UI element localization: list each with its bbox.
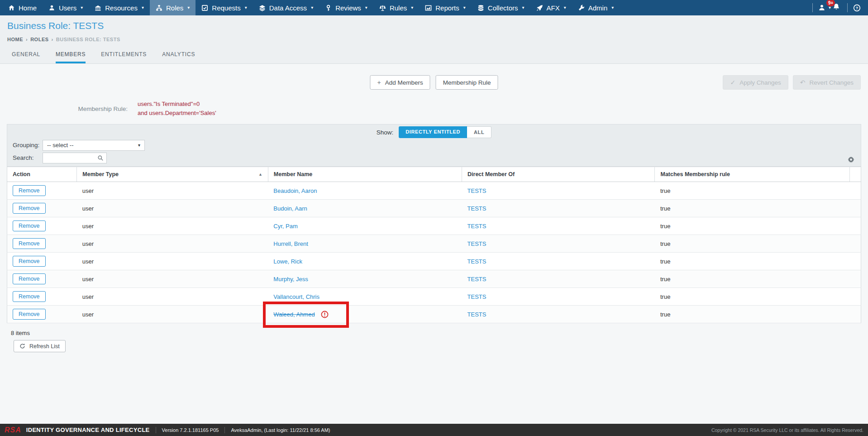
tab-general[interactable]: GENERAL [12,51,40,63]
remove-button[interactable]: Remove [13,220,46,231]
table-row: Remove user Lowe, Rick TESTS true [7,253,861,270]
chevron-down-icon: ▾ [245,5,247,10]
remove-button[interactable]: Remove [13,309,46,320]
refresh-list-button[interactable]: Refresh List [14,340,66,352]
nav-item-afx[interactable]: AFX▾ [530,0,572,15]
nav-item-reviews[interactable]: Reviews▾ [319,0,373,15]
sort-asc-icon: ▲ [258,172,262,177]
nav-item-reports[interactable]: Reports▾ [419,0,472,15]
tab-members[interactable]: MEMBERS [56,51,86,63]
member-name-link[interactable]: Beaudoin, Aaron [273,187,317,194]
show-label: Show: [377,129,394,136]
member-name-link[interactable]: Lowe, Rick [273,258,302,265]
nav-item-label: Admin [588,4,608,12]
chevron-down-icon: ▾ [564,5,566,10]
membership-rule-button[interactable]: Membership Rule [436,75,498,90]
column-header-member-type[interactable]: Member Type ▲ [77,167,268,182]
nav-item-home[interactable]: Home [2,0,43,15]
grouping-select[interactable]: -- select -- ▾ [43,140,145,151]
search-input[interactable] [43,154,97,161]
direct-member-of-link[interactable]: TESTS [467,276,486,283]
column-header-action[interactable]: Action [7,167,77,182]
nav-item-rules[interactable]: Rules▾ [373,0,419,15]
matches-rule-cell: true [655,270,849,288]
member-name-link[interactable]: Hurrell, Brent [273,240,308,247]
apply-changes-button[interactable]: ✓ Apply Changes [723,75,788,90]
direct-member-of-link[interactable]: TESTS [467,240,486,247]
direct-member-of-link[interactable]: TESTS [467,187,486,194]
nav-item-label: Data Access [269,4,307,12]
breadcrumb-item[interactable]: HOME [7,37,23,42]
direct-member-of-link[interactable]: TESTS [467,258,486,265]
undo-icon: ↶ [800,79,806,86]
nav-item-requests[interactable]: Requests▾ [196,0,253,15]
revert-changes-button[interactable]: ↶ Revert Changes [793,75,861,90]
show-toggle-all[interactable]: ALL [467,126,491,138]
nav-item-admin[interactable]: Admin▾ [572,0,620,15]
column-header-direct-member-of[interactable]: Direct Member Of [462,167,655,182]
nav-item-roles[interactable]: Roles▾ [150,0,196,15]
members-table: Action Member Type ▲ Member Name Direct … [7,167,861,323]
show-toggle-directly-entitled[interactable]: DIRECTLY ENTITLED [399,126,467,138]
remove-button[interactable]: Remove [13,238,46,249]
add-members-button[interactable]: + Add Members [370,75,430,90]
resources-icon [95,5,101,11]
tab-analytics[interactable]: ANALYTICS [162,51,195,63]
member-type-cell: user [77,200,268,217]
member-name-link[interactable]: Cyr, Pam [273,223,297,230]
remove-button[interactable]: Remove [13,291,46,302]
column-header-member-name[interactable]: Member Name [268,167,462,182]
member-name-link[interactable]: Waleed, Ahmed [273,311,315,318]
notifications-button[interactable]: 9+ [833,3,840,12]
product-name: IDENTITY GOVERNANCE AND LIFECYCLE [26,426,150,433]
reviews-icon [325,5,332,11]
nav-item-collectors[interactable]: Collectors▾ [472,0,530,15]
nav-item-resources[interactable]: Resources▾ [89,0,150,15]
remove-button[interactable]: Remove [13,203,46,214]
nav-item-label: AFX [547,4,560,12]
grouping-label: Grouping: [13,142,43,149]
direct-member-of-link[interactable]: TESTS [467,311,486,318]
breadcrumb-item[interactable]: ROLES [30,37,48,42]
nav-items: HomeUsers▾Resources▾Roles▾Requests▾Data … [2,0,620,15]
matches-rule-cell: true [655,288,849,306]
svg-text:?: ? [856,5,858,10]
member-name-link[interactable]: Murphy, Jess [273,276,308,283]
home-icon [8,5,15,11]
gear-icon[interactable] [848,156,854,163]
direct-member-of-link[interactable]: TESTS [467,223,486,230]
copyright-text: Copyright © 2021 RSA Security LLC or its… [711,427,863,433]
member-name-cell: Hurrell, Brent [268,235,462,253]
direct-member-of-cell: TESTS [462,200,655,217]
direct-member-of-cell: TESTS [462,270,655,288]
membership-rule-text: users."Is Terminated"=0 and users.Depart… [138,100,216,118]
table-row: Remove user Vallancourt, Chris TESTS tru… [7,288,861,306]
direct-member-of-cell: TESTS [462,217,655,235]
refresh-icon [19,343,25,349]
rules-icon [379,5,386,11]
filter-panel: Show: DIRECTLY ENTITLEDALL Grouping: -- … [7,124,861,167]
column-header-matches-membership-rule[interactable]: Matches Membership rule [655,167,849,182]
search-icon[interactable] [97,155,104,161]
nav-item-label: Roles [166,4,183,12]
nav-item-users[interactable]: Users▾ [43,0,89,15]
member-name-link[interactable]: Vallancourt, Chris [273,293,320,300]
membership-rule-block: Membership Rule: users."Is Terminated"=0… [0,100,868,118]
rsa-logo: RSA [5,426,21,434]
member-name-cell: Waleed, Ahmed [268,306,462,323]
page-header: Business Role: TESTS HOME›ROLES›BUSINESS… [0,15,868,42]
help-button[interactable]: ? [853,4,861,12]
direct-member-of-link[interactable]: TESTS [467,293,486,300]
remove-button[interactable]: Remove [13,256,46,267]
direct-member-of-link[interactable]: TESTS [467,205,486,212]
member-name-cell: Vallancourt, Chris [268,288,462,306]
plus-icon: + [377,79,381,86]
remove-button[interactable]: Remove [13,273,46,284]
nav-item-data-access[interactable]: Data Access▾ [253,0,319,15]
remove-button[interactable]: Remove [13,185,46,196]
matches-rule-cell: true [655,306,849,323]
nav-item-label: Rules [390,4,407,12]
chevron-down-icon: ▾ [463,5,466,10]
tab-entitlements[interactable]: ENTITLEMENTS [101,51,147,63]
member-name-link[interactable]: Budoin, Aarn [273,205,307,212]
